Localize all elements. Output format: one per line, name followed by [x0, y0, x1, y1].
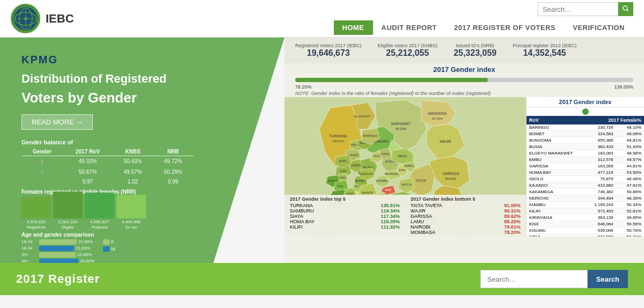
logo-area: IEBC [11, 4, 74, 33]
svg-text:BOMET: BOMET [355, 179, 367, 182]
table-row: HOMA BAY 477,219 53.50% [526, 170, 644, 176]
kpmg-logo: KPMG [21, 54, 263, 66]
bar-item: 4,578,820 Registered [21, 197, 51, 229]
age-row-18-34-m: 18-34 21.60% [21, 246, 96, 251]
county-rov: 646,064 [586, 222, 613, 226]
nav-register-voters[interactable]: 2017 REGISTER OF VOTERS [445, 20, 564, 35]
bar-sublabel-2: Eligible [62, 225, 74, 229]
county-rov: 230,726 [586, 125, 613, 130]
top-bottom-container: 2017 Gender index top 5 TURKANA135.61% S… [290, 196, 521, 235]
county-name: KAKAMEGA [529, 189, 586, 194]
table-row: EMBU 312,576 49.57% [526, 157, 644, 163]
bottom-stats-bar: 2017 Gender index top 5 TURKANA135.61% S… [284, 195, 526, 237]
bar-eligible [53, 192, 83, 218]
table-row: ♂ 50.67% 49.57% 50.28% [21, 167, 193, 178]
table-row: 0.97 1.02 0.99 [21, 178, 193, 186]
footer-search[interactable]: Search [480, 270, 628, 288]
side-table-header: RoV 2017 Female% [526, 116, 644, 124]
col-gender: Gender [21, 148, 63, 156]
gender-index-title: 2017 Gender index [284, 63, 644, 76]
table-row: KILIFI 572,453 52.81% [526, 208, 644, 215]
list-item: WAJIR90.31% [411, 208, 521, 214]
county-pct: 53.50% [613, 170, 641, 175]
hero-left-panel: KPMG Distribution of Registered Voters b… [0, 38, 284, 263]
footer-search-input[interactable] [480, 270, 588, 288]
footer-search-button[interactable]: Search [588, 270, 628, 288]
age-bar-m-old [39, 259, 78, 263]
county-pct: 50.76% [613, 228, 641, 233]
county-name: KISUMU [529, 228, 586, 233]
svg-text:GARISSA: GARISSA [442, 172, 459, 175]
county-pct: 44.81% [613, 164, 641, 168]
top5-title: 2017 Gender index top 5 [290, 196, 400, 202]
hero-title-main: Distribution of Registered [21, 71, 263, 87]
table-row: BARINGO 230,726 48.10% [526, 124, 644, 131]
svg-text:UASIN: UASIN [348, 153, 358, 157]
county-name: BUNGOMA [529, 138, 586, 143]
svg-text:NRB: NRB [385, 188, 392, 192]
bar-item: 4,990,927 Projected [85, 193, 114, 229]
county-name: KIRINYAGA [529, 215, 586, 220]
svg-text:MANDERA: MANDERA [428, 112, 447, 115]
read-more-button[interactable]: READ MORE → [21, 114, 93, 130]
legend-female-box [103, 239, 109, 245]
svg-text:96.23%: 96.23% [396, 127, 407, 130]
table-row: KIRINYAGA 363,139 49.85% [526, 215, 644, 221]
progress-left-label: 78.20% [295, 84, 312, 90]
indicator-dot [582, 108, 589, 115]
bar-item: 5,002,314 Eligible [53, 192, 83, 229]
county-rov: 344,494 [586, 196, 613, 201]
svg-text:VHG: VHG [339, 176, 346, 179]
nav-audit-report[interactable]: AUDIT REPORT [373, 20, 446, 35]
table-row: BUSIA 362,433 51.43% [526, 144, 644, 150]
county-rov: 312,576 [586, 157, 613, 162]
logo-icon [11, 4, 40, 33]
county-name: KISII [529, 222, 586, 226]
female-knbs: 50.43% [113, 156, 153, 167]
male-nrb: 50.28% [153, 167, 193, 178]
header-search-button[interactable] [618, 2, 633, 16]
header-search-bar[interactable] [538, 2, 633, 16]
bar-projected [85, 193, 114, 218]
county-pct: 47.81% [613, 183, 641, 188]
county-pct: 49.57% [613, 157, 641, 162]
header-search-input[interactable] [538, 2, 618, 16]
svg-point-6 [623, 6, 627, 10]
table-row: ELGEYO MARAKWET 183,063 48.98% [526, 150, 644, 157]
svg-text:KAK: KAK [340, 170, 347, 173]
age-row-35-f: 35+ 22.68% [21, 252, 96, 258]
nav-verification[interactable]: VERIFICATION [564, 20, 633, 35]
age-bar-group: 18-34 22.68% 18-34 21.60% 35+ 22.68% [21, 239, 96, 263]
col-rov: 2017 RoV [63, 148, 113, 156]
female-nrb: 49.72% [153, 156, 193, 167]
county-pct: 49.85% [613, 215, 641, 220]
header-right: HOME AUDIT REPORT 2017 REGISTER OF VOTER… [334, 2, 633, 35]
county-pct: 51.43% [613, 144, 641, 149]
ratio-nrb: 0.99 [153, 178, 193, 186]
stats-row: Registered Voters 2017 (IEBC) 19,646,673… [284, 38, 644, 63]
legend-male: M [103, 246, 115, 252]
county-pct: 52.81% [613, 209, 641, 214]
note-text: NOTE: Gender Index is the ratio of femal… [284, 90, 644, 97]
county-rov: 539,006 [586, 228, 613, 233]
county-pct: 48.39% [613, 196, 641, 201]
county-name: HOMA BAY [529, 170, 586, 175]
age-row-35-m: 35+ 23.60% [21, 259, 96, 263]
svg-text:89.62%: 89.62% [445, 177, 457, 180]
ratio-rov: 0.97 [63, 178, 113, 186]
table-row: KISII 646,064 50.56% [526, 221, 644, 228]
legend: F M [103, 239, 115, 263]
stat-registered-voters: Registered Voters 2017 (IEBC) 19,646,673 [295, 43, 362, 58]
bar-sublabel-3: Projected [92, 225, 108, 229]
gender-male-icon: ♂ [21, 167, 63, 178]
county-pct: 50.34% [613, 202, 641, 207]
svg-text:KIS.: KIS. [338, 185, 344, 188]
county-name: ELGEYO MARAKWET [529, 151, 586, 156]
table-row: BOMET 324,583 49.06% [526, 131, 644, 137]
nav-home[interactable]: HOME [334, 20, 373, 35]
county-pct: 52.71% [613, 234, 641, 237]
list-item: NAIROBI79.61% [411, 224, 521, 230]
county-pct: 46.46% [613, 177, 641, 181]
side-table: 2017 Gender index RoV 2017 Female% BARIN… [526, 97, 644, 237]
county-rov: 477,219 [586, 170, 613, 175]
